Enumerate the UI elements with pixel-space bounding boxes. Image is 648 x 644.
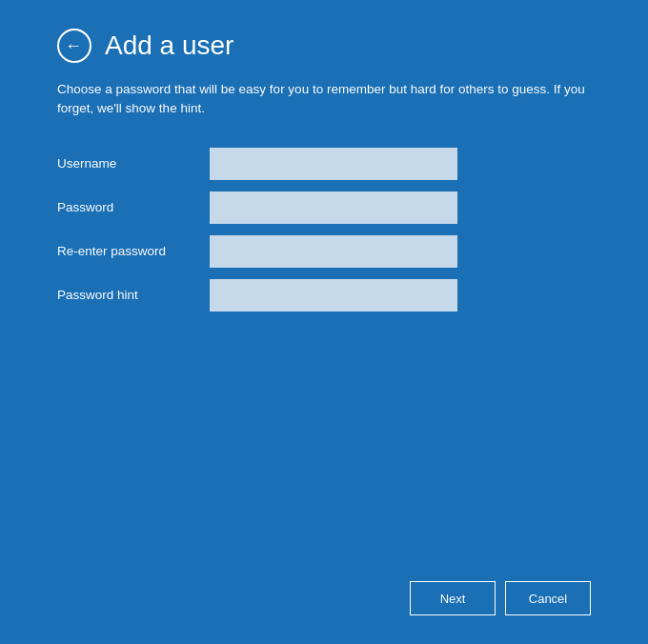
form-row-username: Username (57, 148, 591, 180)
reenter-password-label: Re-enter password (57, 244, 210, 258)
form-row-hint: Password hint (57, 279, 591, 312)
password-label: Password (57, 200, 210, 214)
form-row-password: Password (57, 191, 591, 224)
next-button[interactable]: Next (410, 581, 496, 615)
form-container: Username Password Re-enter password Pass… (57, 148, 591, 312)
reenter-password-input[interactable] (210, 235, 457, 268)
password-input[interactable] (210, 191, 457, 224)
form-row-reenter: Re-enter password (57, 235, 591, 268)
subtitle-text: Choose a password that will be easy for … (57, 80, 591, 119)
back-arrow-icon: ← (65, 37, 82, 54)
header: ← Add a user (57, 29, 591, 63)
footer-buttons: Next Cancel (410, 581, 591, 615)
username-input[interactable] (210, 148, 457, 180)
page-container: ← Add a user Choose a password that will… (0, 0, 648, 644)
page-title: Add a user (105, 30, 233, 61)
password-hint-input[interactable] (210, 279, 457, 312)
username-label: Username (57, 156, 210, 171)
password-hint-label: Password hint (57, 288, 210, 302)
cancel-button[interactable]: Cancel (505, 581, 591, 615)
back-button[interactable]: ← (57, 29, 91, 63)
